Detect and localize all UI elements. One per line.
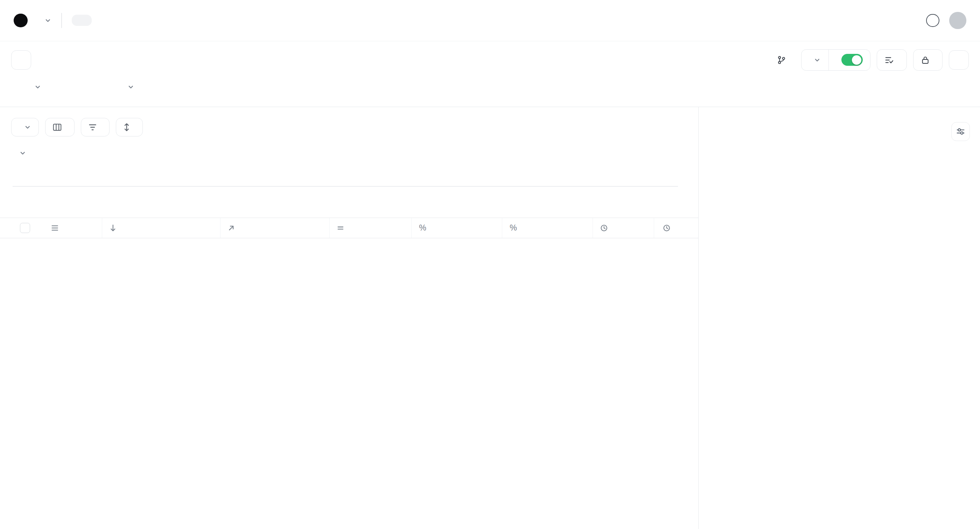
select-all-checkbox[interactable] <box>20 223 30 233</box>
comparison-dropdown-icon[interactable] <box>127 84 134 91</box>
comparison-experiment-two[interactable] <box>64 84 74 90</box>
base-experiment-selector[interactable] <box>19 84 41 91</box>
score-distribution-header <box>0 150 698 157</box>
chevron-down-icon <box>814 57 821 64</box>
histogram-axis <box>13 189 678 199</box>
table-body <box>0 238 698 529</box>
tab-library[interactable] <box>94 15 115 26</box>
results-panel: % % <box>0 107 698 529</box>
column-header-levenshtein[interactable]: % <box>502 218 593 238</box>
arrow-down-icon <box>110 224 116 232</box>
app-window: % % <box>0 0 980 529</box>
row-height-icon <box>124 123 130 131</box>
score-distribution-metric-dropdown[interactable] <box>16 150 26 157</box>
histogram <box>13 163 678 186</box>
table-header: % % <box>0 218 698 238</box>
arrow-up-right-icon <box>228 225 235 232</box>
series-dot <box>85 84 91 90</box>
avatar[interactable] <box>949 12 966 29</box>
table-toolbar <box>0 107 698 137</box>
topbar <box>0 0 980 41</box>
equals-icon <box>337 225 344 232</box>
git-branch-icon <box>777 56 785 64</box>
chevron-down-icon <box>24 124 31 131</box>
column-header-exactmatch[interactable]: % <box>411 218 502 238</box>
chevron-down-icon <box>45 17 51 24</box>
columns-button[interactable] <box>45 118 75 137</box>
scores-header <box>711 122 970 141</box>
row-height-button[interactable] <box>116 118 143 137</box>
page-header <box>0 41 980 79</box>
column-header-duration[interactable] <box>593 218 654 238</box>
chevron-down-icon <box>19 150 26 157</box>
comparison-experiment-three[interactable] <box>85 84 95 90</box>
private-button[interactable] <box>913 49 943 71</box>
filter-button[interactable] <box>81 118 110 137</box>
toggle-knob <box>852 55 861 65</box>
select-all-cell <box>0 218 44 238</box>
app-logo[interactable] <box>14 14 27 27</box>
review-checklist-icon <box>885 56 893 64</box>
comparison-experiment-four[interactable] <box>106 84 116 90</box>
scores-settings-button[interactable] <box>951 122 970 141</box>
comparison-bar <box>0 79 980 107</box>
divider <box>61 13 62 28</box>
clock-icon <box>600 224 608 232</box>
column-header-input[interactable] <box>102 218 220 238</box>
tab-playgrounds[interactable] <box>139 15 159 26</box>
experiments-dropdown[interactable] <box>802 50 829 70</box>
column-header-llm-duration[interactable] <box>654 218 698 238</box>
tab-experiments[interactable] <box>72 15 92 26</box>
back-button[interactable] <box>11 50 31 70</box>
lock-icon <box>921 56 929 64</box>
review-button[interactable] <box>877 49 907 71</box>
main-nav <box>72 15 181 26</box>
series-dot <box>19 84 24 90</box>
tab-logs[interactable] <box>117 15 137 26</box>
column-header-name[interactable] <box>44 218 102 238</box>
workspace-selector[interactable] <box>39 17 51 24</box>
tab-configuration[interactable] <box>162 15 181 26</box>
clock-icon <box>663 224 670 232</box>
sliders-icon <box>956 128 965 135</box>
scores-panel <box>698 107 980 529</box>
comparison-experiments <box>64 84 134 91</box>
chevron-down-icon <box>34 84 41 91</box>
diff-toggle-item[interactable] <box>829 50 870 70</box>
all-rows-dropdown[interactable] <box>11 118 39 137</box>
percent-icon: % <box>510 223 517 233</box>
main-content: % % <box>0 107 980 529</box>
percent-icon: % <box>419 223 426 233</box>
series-dot <box>64 84 69 90</box>
more-button[interactable] <box>949 50 969 70</box>
column-header-expected[interactable] <box>329 218 411 238</box>
git-ref[interactable] <box>777 56 790 64</box>
filter-icon <box>89 124 97 131</box>
rows-icon <box>51 224 59 232</box>
series-dot <box>106 84 111 90</box>
experiments-diff-group <box>801 49 870 71</box>
diff-toggle[interactable] <box>842 54 863 66</box>
column-header-output[interactable] <box>220 218 329 238</box>
help-icon[interactable] <box>926 14 939 27</box>
columns-icon <box>53 124 62 131</box>
